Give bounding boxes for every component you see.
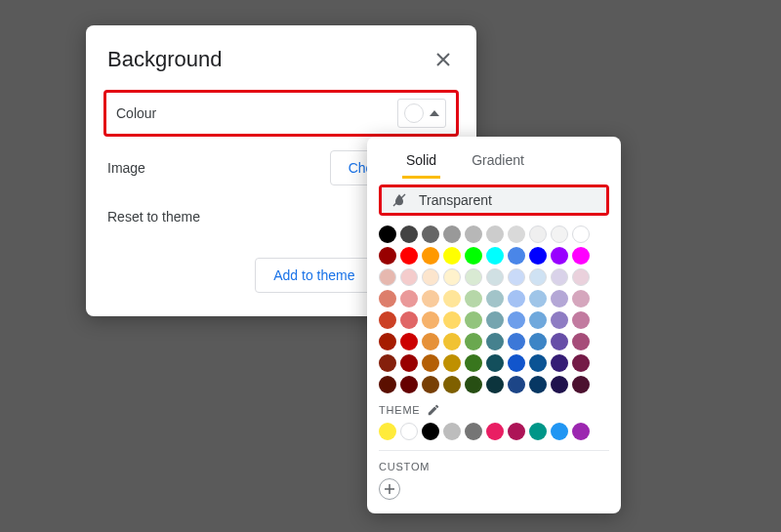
color-swatch[interactable] [529, 376, 547, 393]
add-to-theme-button[interactable]: Add to theme [255, 258, 373, 293]
color-swatch[interactable] [443, 311, 461, 329]
color-swatch[interactable] [572, 290, 590, 307]
color-swatch[interactable] [400, 333, 418, 350]
color-swatch[interactable] [529, 225, 547, 243]
color-swatch[interactable] [572, 354, 590, 372]
theme-swatch[interactable] [465, 423, 482, 440]
color-swatch[interactable] [422, 354, 439, 372]
theme-swatch[interactable] [508, 423, 525, 440]
color-swatch[interactable] [400, 376, 418, 393]
color-swatch[interactable] [529, 333, 547, 350]
color-swatch[interactable] [551, 225, 568, 243]
color-swatch[interactable] [529, 354, 547, 372]
color-swatch[interactable] [529, 290, 547, 307]
color-swatch[interactable] [508, 290, 525, 307]
color-swatch[interactable] [486, 311, 504, 329]
color-swatch[interactable] [508, 268, 525, 286]
color-swatch[interactable] [572, 333, 590, 350]
color-swatch[interactable] [379, 247, 396, 265]
close-icon[interactable] [432, 48, 455, 71]
color-swatch[interactable] [400, 268, 418, 286]
colour-dropdown[interactable] [397, 99, 446, 128]
color-swatch[interactable] [400, 247, 418, 265]
color-swatch[interactable] [422, 225, 439, 243]
color-swatch[interactable] [379, 225, 396, 243]
color-swatch[interactable] [422, 247, 439, 265]
color-swatch[interactable] [508, 311, 525, 329]
color-swatch[interactable] [508, 225, 525, 243]
color-swatch[interactable] [443, 333, 461, 350]
color-swatch[interactable] [551, 268, 568, 286]
color-swatch[interactable] [443, 290, 461, 307]
color-swatch[interactable] [400, 290, 418, 307]
color-swatch[interactable] [572, 311, 590, 329]
color-swatch[interactable] [422, 268, 439, 286]
color-swatch[interactable] [529, 268, 547, 286]
color-swatch[interactable] [422, 333, 439, 350]
color-swatch[interactable] [465, 376, 482, 393]
color-swatch[interactable] [529, 247, 547, 265]
color-swatch[interactable] [465, 290, 482, 307]
color-swatch[interactable] [508, 376, 525, 393]
color-swatch[interactable] [508, 247, 525, 265]
edit-theme-icon[interactable] [427, 403, 440, 417]
transparent-option[interactable]: Transparent [382, 187, 606, 213]
color-swatch[interactable] [486, 225, 504, 243]
color-swatch[interactable] [465, 354, 482, 372]
color-swatch[interactable] [572, 268, 590, 286]
color-swatch[interactable] [551, 311, 568, 329]
theme-swatch[interactable] [422, 423, 439, 440]
color-swatch[interactable] [400, 311, 418, 329]
theme-swatch[interactable] [572, 423, 590, 440]
color-swatch[interactable] [379, 290, 396, 307]
color-swatch[interactable] [379, 311, 396, 329]
color-swatch[interactable] [465, 268, 482, 286]
color-swatch[interactable] [465, 247, 482, 265]
color-swatch[interactable] [486, 268, 504, 286]
color-swatch[interactable] [551, 376, 568, 393]
theme-swatch[interactable] [486, 423, 504, 440]
color-swatch[interactable] [551, 333, 568, 350]
color-swatch[interactable] [572, 247, 590, 265]
tab-gradient[interactable]: Gradient [468, 146, 528, 179]
color-swatch[interactable] [551, 354, 568, 372]
color-swatch[interactable] [465, 311, 482, 329]
color-swatch[interactable] [486, 333, 504, 350]
color-swatch[interactable] [443, 268, 461, 286]
color-swatch[interactable] [551, 290, 568, 307]
color-swatch[interactable] [422, 311, 439, 329]
color-swatch[interactable] [486, 247, 504, 265]
color-swatch[interactable] [400, 225, 418, 243]
add-custom-color-button[interactable] [379, 478, 400, 500]
color-swatch[interactable] [379, 354, 396, 372]
theme-swatch[interactable] [379, 423, 396, 440]
color-swatch[interactable] [443, 225, 461, 243]
color-swatch[interactable] [508, 354, 525, 372]
theme-swatch[interactable] [551, 423, 568, 440]
color-swatch[interactable] [465, 333, 482, 350]
color-picker: Solid Gradient Transparent THEME CUSTOM [367, 137, 621, 513]
color-swatch[interactable] [508, 333, 525, 350]
theme-swatch[interactable] [443, 423, 461, 440]
color-swatch[interactable] [486, 354, 504, 372]
color-swatch[interactable] [379, 268, 396, 286]
color-swatch[interactable] [443, 376, 461, 393]
theme-swatch[interactable] [529, 423, 547, 440]
color-swatch[interactable] [422, 290, 439, 307]
color-swatch[interactable] [379, 333, 396, 350]
color-swatch[interactable] [529, 311, 547, 329]
color-swatch[interactable] [572, 376, 590, 393]
color-swatch[interactable] [486, 290, 504, 307]
theme-swatch[interactable] [400, 423, 418, 440]
tab-solid[interactable]: Solid [402, 146, 440, 179]
color-swatch[interactable] [486, 376, 504, 393]
color-swatch[interactable] [443, 247, 461, 265]
colour-label: Colour [116, 105, 156, 121]
color-swatch[interactable] [572, 225, 590, 243]
color-swatch[interactable] [422, 376, 439, 393]
color-swatch[interactable] [400, 354, 418, 372]
color-swatch[interactable] [443, 354, 461, 372]
color-swatch[interactable] [465, 225, 482, 243]
color-swatch[interactable] [551, 247, 568, 265]
color-swatch[interactable] [379, 376, 396, 393]
